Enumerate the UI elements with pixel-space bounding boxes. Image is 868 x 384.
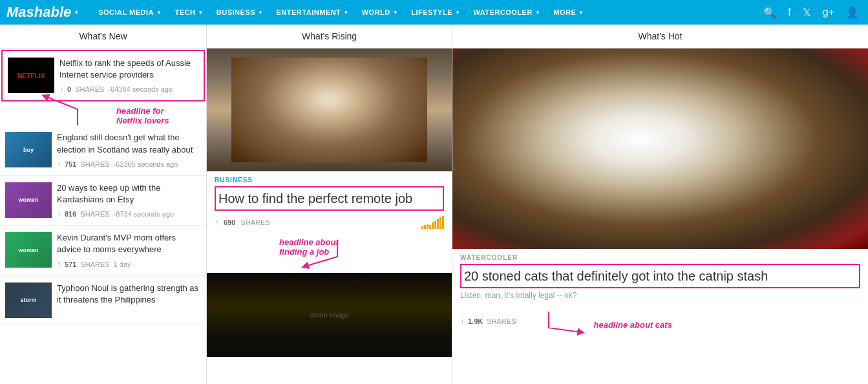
- job-annotation-label: headline aboutfinding a job: [215, 234, 444, 257]
- news-meta: ↑ 571 SHARES 1 day: [57, 260, 201, 269]
- rising-content: BUSINESS How to find the perfect remote …: [207, 48, 452, 357]
- news-content: England still doesn't get what the elect…: [57, 132, 201, 168]
- search-icon[interactable]: 🔍: [761, 4, 779, 21]
- share-icon: ↑: [215, 218, 218, 227]
- news-thumbnail: boy: [5, 132, 52, 167]
- news-item-kardashians[interactable]: women 20 ways to keep up with the Kardas…: [0, 176, 206, 226]
- hot-meta: ↑ 1.9K SHARES: [460, 317, 516, 326]
- share-icon: ↑: [57, 160, 61, 169]
- rising-category: BUSINESS: [215, 176, 444, 184]
- rising-meta: ↑ 690 SHARES: [215, 216, 444, 229]
- time-label: -8734 seconds ago: [114, 210, 175, 218]
- news-title[interactable]: 20 ways to keep up with the Kardashians …: [57, 182, 201, 206]
- whats-new-column: What's New NETFLIX Netflix to rank the s…: [0, 25, 207, 384]
- time-label: -62305 seconds ago: [114, 160, 178, 168]
- nav-watercooler[interactable]: WATERCOOLER ▼: [467, 0, 547, 25]
- news-thumbnail: woman: [5, 232, 52, 268]
- logo-dropdown-icon[interactable]: ▼: [74, 10, 79, 16]
- rising-main-image[interactable]: [207, 48, 452, 171]
- hot-description: Listen, man, it's totally legal -- ok?: [460, 291, 860, 300]
- news-content: 20 ways to keep up with the Kardashians …: [57, 182, 201, 219]
- chevron-down-icon: ▼: [578, 10, 584, 16]
- time-label: 1 day: [114, 261, 131, 268]
- nav-world[interactable]: WORLD ▼: [355, 0, 405, 25]
- nav-lifestyle[interactable]: LIFESTYLE ▼: [405, 0, 467, 25]
- chevron-down-icon: ▼: [343, 10, 348, 16]
- facebook-icon[interactable]: f: [785, 4, 793, 21]
- hot-article: WATERCOOLER 20 stoned cats that definite…: [452, 249, 868, 343]
- news-item-typhoon[interactable]: storm Typhoon Noul is gathering strength…: [0, 276, 206, 325]
- news-title[interactable]: Netflix to rank the speeds of Aussie Int…: [59, 58, 198, 81]
- news-thumbnail: women: [5, 182, 52, 218]
- share-icon: ↑: [460, 317, 464, 326]
- news-content: Netflix to rank the speeds of Aussie Int…: [59, 58, 198, 94]
- twitter-icon[interactable]: 𝕏: [800, 4, 814, 21]
- nav-menu: SOCIAL MEDIA ▼ TECH ▼ BUSINESS ▼ ENTERTA…: [92, 0, 761, 25]
- nav-icon-group: 🔍 f 𝕏 g+ 👤: [761, 4, 862, 21]
- cat-image-inner: [452, 48, 868, 249]
- nav-social-media[interactable]: SOCIAL MEDIA ▼: [92, 0, 168, 25]
- news-meta: ↑ 816 SHARES -8734 seconds ago: [57, 209, 201, 219]
- desk-image-inner: [231, 58, 427, 162]
- news-title[interactable]: England still doesn't get what the elect…: [57, 132, 201, 155]
- rising-title[interactable]: How to find the perfect remote job: [215, 186, 444, 211]
- rising-second-image[interactable]: storm image: [207, 273, 452, 357]
- main-content: What's New NETFLIX Netflix to rank the s…: [0, 25, 868, 384]
- trending-chart: [421, 216, 444, 229]
- chevron-down-icon: ▼: [393, 10, 398, 16]
- netflix-annotation-label: headline forNetflix lovers: [52, 103, 201, 125]
- navigation: Mashable ▼ SOCIAL MEDIA ▼ TECH ▼ BUSINES…: [0, 0, 868, 25]
- whats-rising-header: What's Rising: [207, 25, 452, 48]
- googleplus-icon[interactable]: g+: [820, 4, 837, 21]
- share-icon: ↑: [59, 85, 63, 94]
- whats-rising-column: What's Rising BUSINESS How to find the p…: [207, 25, 452, 384]
- chevron-down-icon: ▼: [535, 10, 540, 16]
- news-item-netflix[interactable]: NETFLIX Netflix to rank the speeds of Au…: [1, 50, 205, 101]
- nav-tech[interactable]: TECH ▼: [168, 0, 209, 25]
- site-logo[interactable]: Mashable ▼: [6, 4, 79, 21]
- chevron-down-icon: ▼: [198, 10, 203, 16]
- news-content: Typhoon Noul is gathering strength as it…: [57, 283, 201, 310]
- news-title[interactable]: Typhoon Noul is gathering strength as it…: [57, 283, 201, 306]
- rising-article: BUSINESS How to find the perfect remote …: [207, 171, 452, 234]
- nav-entertainment[interactable]: ENTERTAINMENT ▼: [270, 0, 355, 25]
- time-label: -64364 seconds ago: [108, 85, 173, 93]
- whats-new-header: What's New: [0, 25, 206, 48]
- nav-more[interactable]: MORE ▼: [547, 0, 590, 25]
- hot-main-image[interactable]: [452, 48, 868, 249]
- news-meta: ↑ 0 SHARES -64364 seconds ago: [59, 85, 198, 94]
- cats-annotation-label: headline about cats: [594, 320, 672, 330]
- chevron-down-icon: ▼: [156, 10, 162, 16]
- hot-category: WATERCOOLER: [460, 254, 860, 261]
- share-icon: ↑: [57, 209, 61, 219]
- share-icon: ↑: [57, 260, 61, 269]
- news-content: Kevin Durant's MVP mom offers advice to …: [57, 232, 201, 268]
- chevron-down-icon: ▼: [455, 10, 460, 16]
- whats-hot-header: What's Hot: [452, 25, 868, 48]
- whats-hot-column: What's Hot WATERCOOLER 20 stoned cats th…: [452, 25, 868, 384]
- user-icon[interactable]: 👤: [843, 4, 862, 21]
- news-item-scotland[interactable]: boy England still doesn't get what the e…: [0, 125, 206, 175]
- news-title[interactable]: Kevin Durant's MVP mom offers advice to …: [57, 232, 201, 255]
- chevron-down-icon: ▼: [258, 10, 263, 16]
- news-thumbnail: storm: [5, 283, 52, 318]
- nav-business[interactable]: BUSINESS ▼: [210, 0, 270, 25]
- hot-title[interactable]: 20 stoned cats that definitely got into …: [460, 264, 860, 288]
- news-item-kevin-durant[interactable]: woman Kevin Durant's MVP mom offers advi…: [0, 226, 206, 275]
- news-thumbnail: NETFLIX: [8, 58, 54, 93]
- news-meta: ↑ 751 SHARES -62305 seconds ago: [57, 160, 201, 169]
- netflix-logo: NETFLIX: [17, 72, 45, 80]
